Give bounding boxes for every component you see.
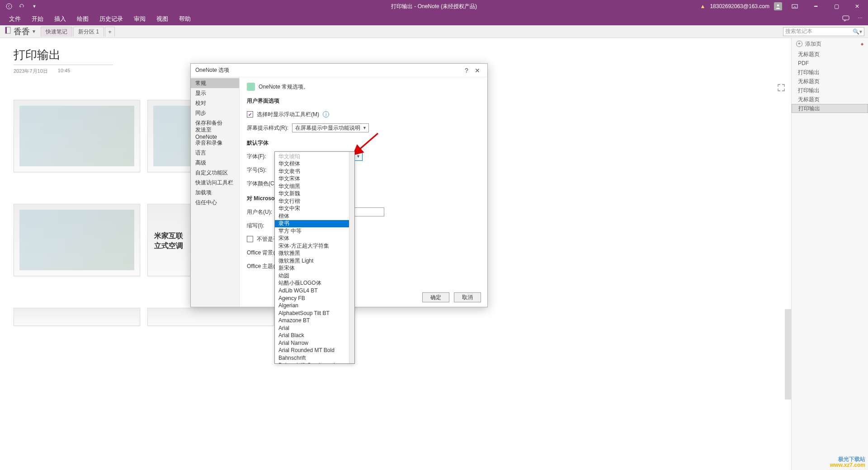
font-option[interactable]: 站酷小薇LOGO体 — [275, 280, 354, 287]
font-option[interactable]: 华文宋体 — [275, 175, 354, 183]
category-advanced[interactable]: 高级 — [191, 158, 239, 168]
collapse-ribbon-icon[interactable]: ⋯ — [858, 15, 863, 23]
dialog-close-button[interactable]: ✕ — [472, 65, 483, 76]
font-option[interactable]: 宋体 — [275, 235, 354, 243]
font-option[interactable]: Bahnschrift — [275, 354, 354, 362]
font-option[interactable]: 华文新魏 — [275, 190, 354, 198]
section-tab-newsection[interactable]: 新分区 1 — [73, 27, 104, 37]
notebook-picker[interactable]: 香香 ▼ — [0, 26, 41, 37]
tab-review[interactable]: 审阅 — [129, 13, 150, 25]
account-label[interactable]: 18302692063@163.com — [710, 3, 769, 9]
font-option[interactable]: 华文细黑 — [275, 183, 354, 190]
title-underline — [14, 65, 113, 65]
page-time[interactable]: 10:45 — [58, 68, 71, 75]
font-option[interactable]: 新宋体 — [275, 265, 354, 273]
dialog-help-button[interactable]: ? — [461, 65, 472, 76]
font-option[interactable]: 华文楷体 — [275, 160, 354, 168]
undo-button[interactable] — [16, 1, 27, 12]
font-option[interactable]: 宋体-方正超大字符集 — [275, 242, 354, 250]
tab-file[interactable]: 文件 — [5, 13, 25, 25]
category-trust[interactable]: 信任中心 — [191, 197, 239, 207]
category-language[interactable]: 语言 — [191, 148, 239, 158]
font-option[interactable]: 苹方 中等 — [275, 227, 354, 235]
info-icon[interactable]: i — [323, 111, 329, 118]
thumbnail[interactable] — [147, 308, 274, 326]
ok-button[interactable]: 确定 — [422, 292, 449, 302]
add-section-button[interactable]: + — [105, 27, 115, 37]
minimize-button[interactable]: ━ — [807, 1, 824, 12]
dialog-title-text: OneNote 选项 — [195, 66, 461, 74]
page-title[interactable]: 打印输出 — [14, 47, 778, 63]
category-proofing[interactable]: 校对 — [191, 98, 239, 108]
thumbnail[interactable] — [14, 100, 140, 172]
search-input[interactable]: 搜索笔记本 🔍▾ — [783, 27, 864, 36]
close-window-button[interactable]: ✕ — [849, 1, 865, 12]
font-option[interactable]: 微软雅黑 Light — [275, 257, 354, 265]
font-option[interactable]: Amazone BT — [275, 317, 354, 324]
page-list-item[interactable]: 打印输出 — [792, 68, 868, 77]
section-tab-quicknotes[interactable]: 快速笔记 — [41, 27, 72, 37]
notebook-name: 香香 — [14, 26, 30, 37]
category-qat[interactable]: 快速访问工具栏 — [191, 178, 239, 188]
font-dropdown-list[interactable]: 华文琥珀 华文楷体 华文隶书 华文宋体 华文细黑 华文新魏 华文行楷 华文中宋 … — [274, 151, 355, 364]
category-addins[interactable]: 加载项 — [191, 188, 239, 197]
page-list-item[interactable]: 打印输出 — [792, 86, 868, 95]
feedback-icon[interactable] — [842, 15, 849, 23]
font-option[interactable]: AdLib WGL4 BT — [275, 287, 354, 295]
page-list-item-selected[interactable]: 打印输出 — [792, 104, 868, 113]
font-option[interactable]: 华文琥珀 — [275, 153, 354, 160]
category-sendto[interactable]: 发送至 OneNote — [191, 128, 239, 138]
expand-page-icon[interactable] — [777, 83, 786, 92]
ribbon-display-options[interactable] — [787, 1, 803, 12]
cancel-button[interactable]: 取消 — [454, 292, 481, 302]
dialog-titlebar: OneNote 选项 ? ✕ — [191, 64, 487, 77]
tab-insert[interactable]: 插入 — [50, 13, 71, 25]
tab-help[interactable]: 帮助 — [175, 13, 195, 25]
content-heading: OneNote 常规选项。 — [259, 83, 309, 91]
section-header-ui: 用户界面选项 — [247, 97, 480, 105]
maximize-button[interactable]: ▢ — [828, 1, 844, 12]
add-page-button[interactable]: + 添加页 ◆ — [792, 38, 868, 50]
category-display[interactable]: 显示 — [191, 88, 239, 98]
font-option[interactable]: AlphabetSoup Tilt BT — [275, 310, 354, 317]
font-option[interactable]: Arial Narrow — [275, 339, 354, 347]
checkbox-always[interactable] — [247, 236, 253, 242]
font-option[interactable]: 华文行楷 — [275, 197, 354, 205]
warning-icon[interactable]: ▲ — [700, 3, 705, 9]
font-option[interactable]: Algerian — [275, 302, 354, 310]
font-option[interactable]: Bahnschrift Condensed — [275, 362, 354, 364]
page-list-item[interactable]: 无标题页 — [792, 77, 868, 86]
section-header-font: 默认字体 — [247, 139, 480, 147]
vertical-scrollbar[interactable] — [785, 309, 791, 400]
checkbox-minibar[interactable]: ✔ — [247, 111, 253, 118]
page-date[interactable]: 2023年7月10日 — [14, 68, 48, 75]
avatar-icon[interactable] — [774, 2, 782, 10]
qat-dropdown[interactable]: ▼ — [29, 1, 40, 12]
font-option[interactable]: Arial Rounded MT Bold — [275, 347, 354, 354]
font-option-highlighted[interactable]: 隶书 — [275, 220, 354, 228]
font-option[interactable]: Arial Black — [275, 332, 354, 339]
category-general[interactable]: 常规 — [191, 78, 239, 88]
font-option[interactable]: Arial — [275, 324, 354, 332]
category-sync[interactable]: 同步 — [191, 108, 239, 118]
tab-home[interactable]: 开始 — [27, 13, 48, 25]
font-option[interactable]: 微软雅黑 — [275, 250, 354, 258]
thumbnail[interactable] — [14, 308, 140, 326]
screentip-combobox[interactable]: 在屏幕提示中显示功能说明 ▼ — [292, 123, 369, 132]
tab-draw[interactable]: 绘图 — [72, 13, 93, 25]
font-option[interactable]: 华文中宋 — [275, 205, 354, 213]
category-customize-ribbon[interactable]: 自定义功能区 — [191, 168, 239, 178]
font-option[interactable]: 华文隶书 — [275, 168, 354, 175]
font-option[interactable]: 幼圆 — [275, 272, 354, 280]
font-option[interactable]: 楷体 — [275, 212, 354, 220]
back-button[interactable] — [4, 1, 14, 12]
pin-icon: ◆ — [861, 42, 863, 46]
font-option[interactable]: Agency FB — [275, 295, 354, 302]
tab-view[interactable]: 视图 — [152, 13, 173, 25]
page-list-item[interactable]: PDF — [792, 59, 868, 68]
page-list-item[interactable]: 无标题页 — [792, 95, 868, 104]
tab-history[interactable]: 历史记录 — [95, 13, 127, 25]
page-list-item[interactable]: 无标题页 — [792, 50, 868, 59]
dropdown-scrollbar[interactable] — [349, 152, 354, 363]
thumbnail[interactable] — [14, 204, 140, 276]
